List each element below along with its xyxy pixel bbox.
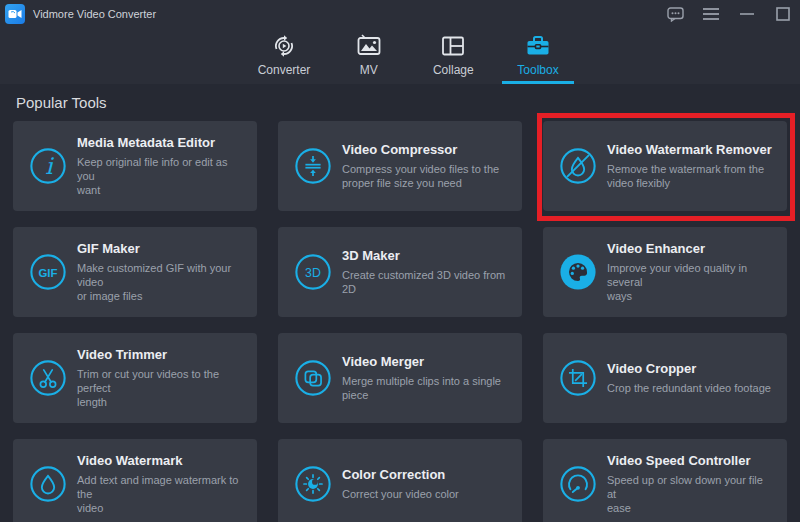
tool-card-video-watermark[interactable]: Video Watermark Add text and image water…: [13, 439, 257, 522]
waterdrop-icon: [29, 465, 67, 503]
tool-card-video-cropper[interactable]: Video Cropper Crop the redundant video f…: [543, 333, 787, 423]
svg-text:GIF: GIF: [39, 267, 58, 279]
window-title: Vidmore Video Converter: [33, 8, 156, 20]
window-controls: [664, 0, 794, 28]
tool-card-color-correction[interactable]: Color Correction Correct your video colo…: [278, 439, 522, 522]
tab-collage[interactable]: Collage: [415, 33, 491, 84]
tool-desc: Speed up or slow down your file at ease: [607, 473, 775, 515]
compress-icon: [294, 147, 332, 185]
tool-title: Video Watermark Remover: [607, 142, 772, 157]
section-title: Popular Tools: [16, 94, 107, 111]
header-bar: Vidmore Video Converter: [0, 0, 800, 84]
tool-card-video-speed-controller[interactable]: Video Speed Controller Speed up or slow …: [543, 439, 787, 522]
tool-title: GIF Maker: [77, 241, 245, 256]
svg-text:i: i: [45, 153, 54, 179]
toolbox-icon: [525, 33, 551, 59]
tool-card-media-metadata-editor[interactable]: i Media Metadata Editor Keep original fi…: [13, 121, 257, 211]
tool-title: Video Merger: [342, 354, 501, 369]
tool-title: Video Cropper: [607, 361, 771, 376]
crop-icon: [559, 359, 597, 397]
tool-desc: Improve your video quality in several wa…: [607, 261, 775, 303]
tool-card-video-merger[interactable]: Video Merger Merge multiple clips into a…: [278, 333, 522, 423]
3d-icon: 3D: [294, 253, 332, 291]
tool-desc: Add text and image watermark to the vide…: [77, 473, 245, 515]
titlebar: Vidmore Video Converter: [0, 0, 800, 28]
tool-desc: Trim or cut your videos to the perfect l…: [77, 367, 245, 409]
tool-card-video-compressor[interactable]: Video Compressor Compress your video fil…: [278, 121, 522, 211]
tab-toolbox-label: Toolbox: [517, 63, 558, 77]
tool-desc: Merge multiple clips into a single piece: [342, 374, 501, 402]
tool-title: Video Trimmer: [77, 347, 245, 362]
tools-grid: i Media Metadata Editor Keep original fi…: [13, 121, 787, 522]
tool-title: 3D Maker: [342, 248, 510, 263]
tool-card-video-trimmer[interactable]: Video Trimmer Trim or cut your videos to…: [13, 333, 257, 423]
tab-converter-label: Converter: [258, 63, 311, 77]
tab-mv[interactable]: MV: [331, 33, 407, 84]
palette-icon: [559, 253, 597, 291]
maximize-icon[interactable]: [772, 3, 794, 25]
tab-toolbox[interactable]: Toolbox: [500, 33, 576, 84]
tool-title: Color Correction: [342, 467, 459, 482]
merge-icon: [294, 359, 332, 397]
converter-icon: [271, 33, 297, 59]
tab-converter[interactable]: Converter: [246, 33, 322, 84]
gif-icon: GIF: [29, 253, 67, 291]
active-tab-underline: [502, 81, 574, 84]
mv-icon: [356, 33, 382, 59]
tool-title: Video Watermark: [77, 453, 245, 468]
tool-desc: Create customized 3D video from 2D: [342, 268, 510, 296]
tool-title: Video Compressor: [342, 142, 499, 157]
feedback-button[interactable]: [664, 3, 686, 25]
tool-desc: Compress your video files to the proper …: [342, 162, 499, 190]
collage-icon: [440, 33, 466, 59]
tool-card-gif-maker[interactable]: GIF GIF Maker Make customized GIF with y…: [13, 227, 257, 317]
tab-mv-label: MV: [360, 63, 378, 77]
tool-card-video-watermark-remover[interactable]: Video Watermark Remover Remove the water…: [543, 121, 787, 211]
tool-desc: Keep original file info or edit as you w…: [77, 155, 245, 197]
tool-card-3d-maker[interactable]: 3D 3D Maker Create customized 3D video f…: [278, 227, 522, 317]
tool-desc: Correct your video color: [342, 487, 459, 501]
tab-collage-label: Collage: [433, 63, 474, 77]
tool-title: Video Speed Controller: [607, 453, 775, 468]
speedometer-icon: [559, 465, 597, 503]
info-icon: i: [29, 147, 67, 185]
tool-desc: Remove the watermark from the video flex…: [607, 162, 772, 190]
svg-text:3D: 3D: [305, 266, 321, 280]
tool-desc: Make customized GIF with your video or i…: [77, 261, 245, 303]
tab-bar: Converter MV Collage: [246, 33, 576, 84]
app-logo-icon: [5, 4, 25, 24]
watermark-remover-icon: [559, 147, 597, 185]
tool-title: Media Metadata Editor: [77, 135, 245, 150]
tool-title: Video Enhancer: [607, 241, 775, 256]
tool-card-video-enhancer[interactable]: Video Enhancer Improve your video qualit…: [543, 227, 787, 317]
scissors-icon: [29, 359, 67, 397]
sun-icon: [294, 465, 332, 503]
hamburger-menu-icon[interactable]: [700, 3, 722, 25]
minimize-icon[interactable]: [736, 3, 758, 25]
tool-desc: Crop the redundant video footage: [607, 381, 771, 395]
